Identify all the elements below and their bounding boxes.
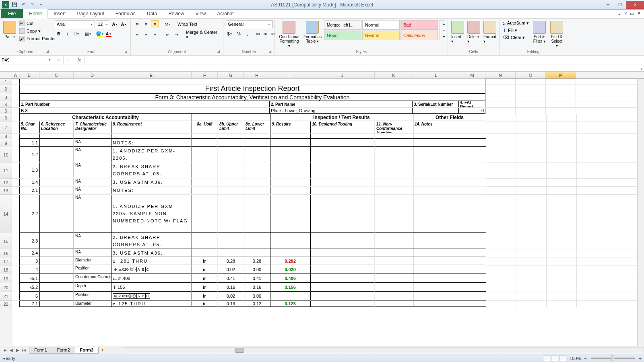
cell[interactable] xyxy=(486,139,516,147)
cell[interactable] xyxy=(516,101,546,107)
cell[interactable] xyxy=(218,147,244,162)
cell[interactable] xyxy=(547,257,577,265)
row-header-10[interactable]: 10 xyxy=(0,147,12,162)
cell[interactable] xyxy=(310,179,375,186)
align-top-button[interactable]: ≡ xyxy=(133,20,141,28)
cell[interactable] xyxy=(218,233,244,249)
clipboard-launcher[interactable]: ◢ xyxy=(46,49,51,54)
cell[interactable] xyxy=(486,162,516,178)
view-pagebreak-button[interactable] xyxy=(559,356,566,361)
cell[interactable] xyxy=(486,187,516,194)
col-header-D[interactable]: D xyxy=(74,72,111,78)
cell[interactable] xyxy=(270,249,310,257)
cell[interactable] xyxy=(375,139,413,147)
align-middle-button[interactable]: ≡ xyxy=(142,20,150,28)
cell[interactable] xyxy=(74,134,111,139)
cell[interactable]: ⊕⌀.020ⓈⓕABC xyxy=(111,265,192,274)
cell[interactable] xyxy=(516,249,547,257)
cell[interactable] xyxy=(12,195,19,233)
col-header-L[interactable]: L xyxy=(413,72,459,78)
cell[interactable]: 3 xyxy=(19,257,39,265)
col-header-H[interactable]: H xyxy=(244,72,270,78)
styles-down-button[interactable]: ▼ xyxy=(440,27,448,33)
fill-color-button[interactable]: 🪣▼ xyxy=(96,30,104,38)
cell[interactable] xyxy=(12,187,19,194)
style-good[interactable]: Good xyxy=(324,31,361,40)
cell[interactable] xyxy=(12,93,19,101)
cell[interactable] xyxy=(486,265,516,274)
underline-button[interactable]: U▼ xyxy=(72,30,80,38)
qat-dropdown-icon[interactable]: ▼ xyxy=(37,1,45,8)
cell[interactable]: Other Fields xyxy=(413,114,486,121)
cell[interactable] xyxy=(546,84,576,93)
cell[interactable] xyxy=(12,265,19,274)
tab-review[interactable]: Review xyxy=(163,9,190,18)
doc-close-icon[interactable]: ✕ xyxy=(637,11,641,16)
cell[interactable] xyxy=(413,301,486,307)
cell[interactable] xyxy=(485,93,516,101)
cell[interactable] xyxy=(547,283,577,292)
cell[interactable] xyxy=(39,179,74,186)
cell[interactable] xyxy=(12,301,19,307)
indent-dec-button[interactable]: ⇤ xyxy=(163,31,171,39)
cell[interactable] xyxy=(486,134,516,139)
cell[interactable] xyxy=(192,139,218,147)
formula-input[interactable] xyxy=(85,56,644,64)
col-header-J[interactable]: J xyxy=(310,72,375,78)
cell[interactable] xyxy=(486,147,516,162)
cell[interactable]: 4 xyxy=(19,265,39,274)
cell[interactable]: 2.1 xyxy=(19,187,39,194)
insert-cells-button[interactable]: Insert ▾ xyxy=(450,20,465,44)
cell[interactable]: ⊕⌀.020ⓈⓣABC xyxy=(111,292,192,300)
cell[interactable] xyxy=(244,139,270,147)
cell[interactable] xyxy=(39,265,74,274)
cell[interactable] xyxy=(547,274,577,283)
cell[interactable]: 6 xyxy=(19,292,39,300)
cell[interactable] xyxy=(516,233,547,249)
cell[interactable]: 4. FAI Report xyxy=(458,101,485,107)
cell[interactable] xyxy=(218,179,244,186)
cell[interactable] xyxy=(19,79,485,84)
cell[interactable] xyxy=(375,301,413,307)
cell[interactable]: NA xyxy=(74,249,111,257)
select-all-corner[interactable] xyxy=(0,72,12,78)
cell[interactable] xyxy=(270,292,310,300)
cell[interactable] xyxy=(39,162,74,178)
sheet-tab-form1[interactable]: Form1 xyxy=(29,347,52,354)
cell[interactable] xyxy=(546,79,576,84)
align-right-button[interactable]: ≡ xyxy=(151,31,159,39)
cell[interactable]: 2. BREAK SHARP CORNERS AT .05. xyxy=(111,162,192,178)
cell[interactable] xyxy=(12,179,19,186)
cell[interactable] xyxy=(12,84,19,93)
cell[interactable] xyxy=(375,233,413,249)
tab-page-layout[interactable]: Page Layout xyxy=(71,9,109,18)
cell[interactable]: in xyxy=(192,283,218,292)
cell[interactable] xyxy=(413,162,486,178)
view-layout-button[interactable] xyxy=(551,356,558,361)
col-header-A[interactable]: A xyxy=(12,72,19,78)
close-button[interactable]: ✕ xyxy=(626,1,644,9)
cell[interactable]: Form 3: Characteristic Accountability, V… xyxy=(19,93,485,101)
copy-button[interactable]: Copy ▾ xyxy=(19,28,57,34)
cell[interactable] xyxy=(270,162,310,178)
cancel-formula-button[interactable]: ✕ xyxy=(53,56,64,64)
cell[interactable]: 6. Reference Location xyxy=(39,121,74,133)
cell[interactable] xyxy=(486,233,516,249)
row-header-13[interactable]: 13 xyxy=(0,187,12,195)
cell[interactable]: Diameter xyxy=(74,301,111,307)
cell[interactable] xyxy=(413,147,486,162)
cell[interactable] xyxy=(244,134,270,139)
cell[interactable] xyxy=(375,292,413,300)
cell[interactable] xyxy=(486,114,516,121)
merge-center-button[interactable]: Merge & Center ▾ xyxy=(186,30,221,40)
wrap-text-button[interactable]: Wrap Text xyxy=(178,22,197,27)
format-as-table-button[interactable]: Format as Table ▾ xyxy=(303,20,322,44)
formula-expand-icon[interactable]: ▼ xyxy=(640,68,643,71)
number-format-combo[interactable]: General▼ xyxy=(226,20,272,28)
cell[interactable]: 1. Part Number xyxy=(19,101,269,107)
redo-icon[interactable]: ↷ xyxy=(29,1,36,8)
cell[interactable]: 7.1 xyxy=(19,301,39,307)
cell[interactable]: 0.020 xyxy=(270,265,310,274)
cell[interactable] xyxy=(270,179,310,186)
cell[interactable] xyxy=(547,121,577,133)
